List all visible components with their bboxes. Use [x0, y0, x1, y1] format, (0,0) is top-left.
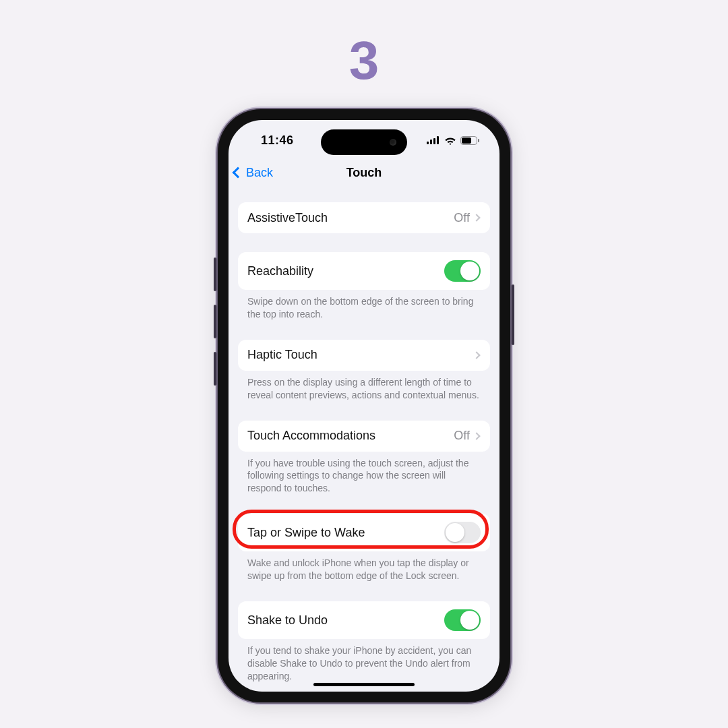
row-reachability[interactable]: Reachability [238, 252, 490, 290]
back-button[interactable]: Back [234, 166, 273, 180]
row-label: Shake to Undo [247, 613, 444, 628]
row-label: Reachability [247, 264, 444, 278]
nav-bar: Back Touch [229, 158, 499, 187]
chevron-right-icon [473, 214, 480, 221]
row-label: Haptic Touch [247, 348, 474, 362]
svg-rect-1 [430, 140, 432, 144]
svg-rect-2 [433, 138, 435, 144]
row-value: Off [454, 211, 470, 225]
row-footer: Press on the display using a different l… [238, 371, 490, 402]
row-footer: If you have trouble using the touch scre… [238, 452, 490, 495]
phone-screen: 11:46 Back Touch AssistiveTouch Off [229, 120, 499, 692]
row-haptic-touch[interactable]: Haptic Touch [238, 340, 490, 371]
phone-frame: 11:46 Back Touch AssistiveTouch Off [218, 109, 510, 702]
dynamic-island [321, 129, 407, 155]
chevron-right-icon [473, 351, 480, 359]
status-time: 11:46 [261, 133, 294, 148]
row-shake-to-undo[interactable]: Shake to Undo [238, 601, 490, 639]
row-value: Off [454, 429, 470, 443]
row-assistivetouch[interactable]: AssistiveTouch Off [238, 202, 490, 233]
chevron-right-icon [473, 432, 480, 439]
svg-rect-3 [437, 136, 439, 144]
home-indicator [313, 683, 415, 686]
step-number: 3 [0, 30, 728, 92]
cellular-icon [427, 136, 440, 144]
shake-to-undo-toggle[interactable] [444, 609, 481, 631]
row-tap-to-wake[interactable]: Tap or Swipe to Wake [238, 514, 490, 551]
row-touch-accommodations[interactable]: Touch Accommodations Off [238, 421, 490, 452]
row-footer: Swipe down on the bottom edge of the scr… [238, 290, 490, 321]
back-label: Back [246, 166, 273, 180]
chevron-left-icon [233, 167, 244, 179]
tap-to-wake-toggle[interactable] [444, 522, 481, 543]
row-footer: Wake and unlock iPhone when you tap the … [238, 551, 490, 582]
row-footer: If you tend to shake your iPhone by acci… [238, 639, 490, 683]
row-label: Tap or Swipe to Wake [247, 526, 444, 540]
row-label: AssistiveTouch [247, 211, 454, 225]
battery-icon [460, 136, 479, 145]
row-label: Touch Accommodations [247, 429, 454, 443]
reachability-toggle[interactable] [444, 260, 481, 282]
settings-list[interactable]: AssistiveTouch Off Reachability Swipe do… [229, 187, 499, 692]
svg-rect-5 [462, 138, 471, 144]
svg-rect-0 [427, 142, 429, 144]
svg-rect-6 [478, 139, 479, 142]
wifi-icon [444, 136, 456, 145]
